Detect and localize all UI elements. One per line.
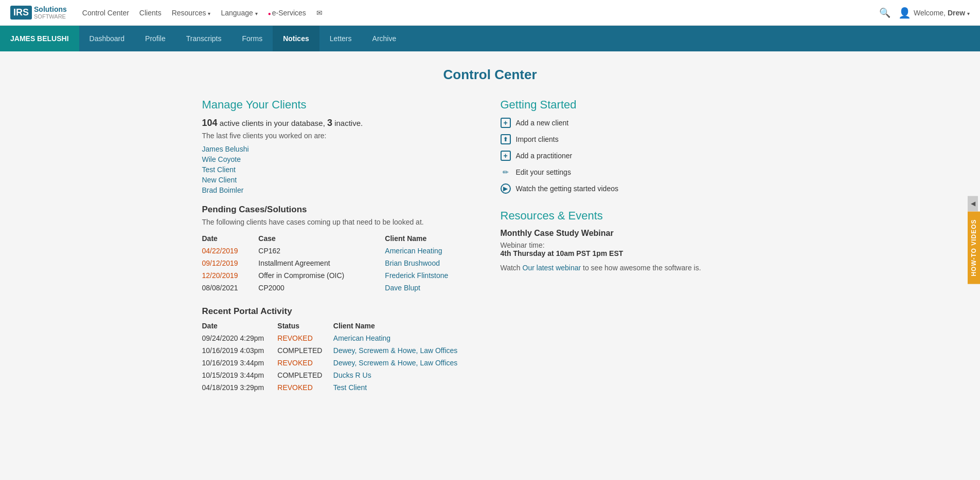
recent-client-2[interactable]: Test Client — [202, 165, 480, 174]
portal-client-0[interactable]: American Heating — [333, 334, 390, 342]
recent-client-4[interactable]: Brad Boimler — [202, 186, 480, 194]
table-row: 10/15/2019 3:44pm COMPLETED Ducks R Us — [202, 369, 480, 381]
nav-control-center[interactable]: Control Center — [82, 9, 129, 17]
portal-status-3: COMPLETED — [277, 369, 333, 381]
inactive-count: 3 — [327, 118, 332, 128]
pending-client-2[interactable]: Frederick Flintstone — [385, 271, 448, 280]
portal-date-2: 10/16/2019 3:44pm — [202, 357, 278, 369]
import-icon: ⬆ — [501, 134, 511, 144]
top-navigation: IRS Solutions SOFTWARE Control Center Cl… — [0, 0, 980, 26]
main-content: Control Center Manage Your Clients 104 a… — [182, 51, 799, 409]
webinar-description: Watch Our latest webinar to see how awes… — [501, 264, 778, 272]
tab-notices[interactable]: Notices — [273, 26, 319, 51]
nav-resources[interactable]: Resources ▾ — [172, 9, 211, 17]
webinar-desc-pre: Watch — [501, 264, 523, 272]
webinar-title: Monthly Case Study Webinar — [501, 229, 778, 238]
portal-status-0: REVOKED — [277, 332, 333, 344]
pending-case-2: Offer in Compromise (OIC) — [258, 269, 385, 282]
tab-letters[interactable]: Letters — [319, 26, 362, 51]
table-row: 10/16/2019 4:03pm COMPLETED Dewey, Screw… — [202, 344, 480, 357]
recent-client-3[interactable]: New Client — [202, 176, 480, 184]
portal-col-client: Client Name — [333, 320, 480, 332]
gs-add-practitioner-label: Add a practitioner — [516, 152, 573, 160]
search-icon[interactable]: 🔍 — [879, 7, 890, 19]
add-practitioner-icon: + — [501, 151, 511, 161]
tab-transcripts[interactable]: Transcripts — [176, 26, 232, 51]
pending-client-0[interactable]: American Heating — [385, 247, 442, 255]
portal-status-2: REVOKED — [277, 357, 333, 369]
client-name: JAMES BELUSHI — [0, 26, 79, 51]
user-menu[interactable]: 👤 Welcome, Drew ▾ — [898, 7, 970, 19]
portal-status-1: COMPLETED — [277, 344, 333, 357]
play-icon: ▶ — [501, 183, 511, 194]
portal-status-4: REVOKED — [277, 381, 333, 394]
tab-dashboard[interactable]: Dashboard — [79, 26, 135, 51]
tab-profile[interactable]: Profile — [135, 26, 176, 51]
portal-date-0: 09/24/2020 4:29pm — [202, 332, 278, 344]
table-row: 09/24/2020 4:29pm REVOKED American Heati… — [202, 332, 480, 344]
portal-client-3[interactable]: Ducks R Us — [333, 371, 371, 379]
tab-forms[interactable]: Forms — [231, 26, 273, 51]
portal-client-2[interactable]: Dewey, Screwem & Howe, Law Offices — [333, 359, 457, 367]
pending-date-0: 04/22/2019 — [202, 245, 259, 257]
getting-started-items: + Add a new client ⬆ Import clients + Ad… — [501, 118, 778, 194]
portal-activity-title: Recent Portal Activity — [202, 306, 480, 317]
pending-date-1: 09/12/2019 — [202, 257, 259, 269]
left-column: Manage Your Clients 104 active clients i… — [202, 98, 480, 394]
pending-client-3[interactable]: Dave Blupt — [385, 284, 420, 292]
gs-add-client[interactable]: + Add a new client — [501, 118, 778, 128]
gs-import-clients[interactable]: ⬆ Import clients — [501, 134, 778, 144]
webinar-link[interactable]: Our latest webinar — [523, 264, 581, 272]
client-nav-links: Dashboard Profile Transcripts Forms Noti… — [79, 26, 407, 51]
nav-language[interactable]: Language ▾ — [221, 9, 257, 17]
right-column: Getting Started + Add a new client ⬆ Imp… — [501, 98, 778, 394]
table-row: 10/16/2019 3:44pm REVOKED Dewey, Screwem… — [202, 357, 480, 369]
pending-date-2: 12/20/2019 — [202, 269, 259, 282]
gs-edit-settings-label: Edit your settings — [516, 168, 571, 176]
user-avatar-icon: 👤 — [898, 7, 911, 19]
pending-case-3: CP2000 — [258, 282, 385, 294]
gs-add-client-label: Add a new client — [516, 119, 569, 127]
manage-clients-section: Manage Your Clients 104 active clients i… — [202, 98, 480, 194]
webinar-desc-post: to see how awesome the software is. — [581, 264, 701, 272]
tab-archive[interactable]: Archive — [362, 26, 407, 51]
getting-started-title: Getting Started — [501, 98, 778, 112]
active-count: 104 — [202, 118, 218, 128]
page-title: Control Center — [202, 67, 778, 83]
webinar-time-label: Webinar time: — [501, 241, 778, 249]
pending-col-case: Case — [258, 232, 385, 245]
pending-col-date: Date — [202, 232, 259, 245]
portal-date-4: 04/18/2019 3:29pm — [202, 381, 278, 394]
portal-client-4[interactable]: Test Client — [333, 383, 367, 392]
gs-import-clients-label: Import clients — [516, 135, 559, 143]
nav-eservices[interactable]: ●e-Services — [268, 9, 306, 17]
gs-edit-settings[interactable]: ✏ Edit your settings — [501, 167, 778, 177]
pending-client-1[interactable]: Brian Brushwood — [385, 259, 440, 267]
portal-date-1: 10/16/2019 4:03pm — [202, 344, 278, 357]
recent-label: The last five clients you worked on are: — [202, 132, 480, 140]
side-tab-arrow[interactable]: ◀ — [968, 196, 978, 211]
content-grid: Manage Your Clients 104 active clients i… — [202, 98, 778, 394]
table-row: 12/20/2019 Offer in Compromise (OIC) Fre… — [202, 269, 480, 282]
portal-activity-table: Date Status Client Name 09/24/2020 4:29p… — [202, 320, 480, 394]
client-navigation: JAMES BELUSHI Dashboard Profile Transcri… — [0, 26, 980, 51]
logo[interactable]: IRS Solutions SOFTWARE — [10, 5, 67, 21]
gs-add-practitioner[interactable]: + Add a practitioner — [501, 151, 778, 161]
how-to-videos-tab[interactable]: HOW-TO VIDEOS — [968, 211, 980, 284]
resources-section: Resources & Events Monthly Case Study We… — [501, 209, 778, 272]
table-row: 08/08/2021 CP2000 Dave Blupt — [202, 282, 480, 294]
top-nav-right: 🔍 👤 Welcome, Drew ▾ — [879, 7, 970, 19]
pending-cases-table: Date Case Client Name 04/22/2019 CP162 A… — [202, 232, 480, 294]
pending-cases-desc: The following clients have cases coming … — [202, 218, 480, 226]
nav-envelope[interactable]: ✉ — [316, 9, 323, 17]
portal-client-1[interactable]: Dewey, Screwem & Howe, Law Offices — [333, 346, 457, 355]
side-tab: ◀ HOW-TO VIDEOS — [968, 196, 980, 284]
recent-client-1[interactable]: Wile Coyote — [202, 155, 480, 163]
manage-clients-title: Manage Your Clients — [202, 98, 480, 112]
top-nav-links: Control Center Clients Resources ▾ Langu… — [82, 9, 879, 17]
gs-watch-videos[interactable]: ▶ Watch the getting started videos — [501, 183, 778, 194]
nav-clients[interactable]: Clients — [139, 9, 162, 17]
table-row: 04/18/2019 3:29pm REVOKED Test Client — [202, 381, 480, 394]
webinar-time: 4th Thursday at 10am PST 1pm EST — [501, 249, 778, 257]
recent-client-0[interactable]: James Belushi — [202, 145, 480, 153]
